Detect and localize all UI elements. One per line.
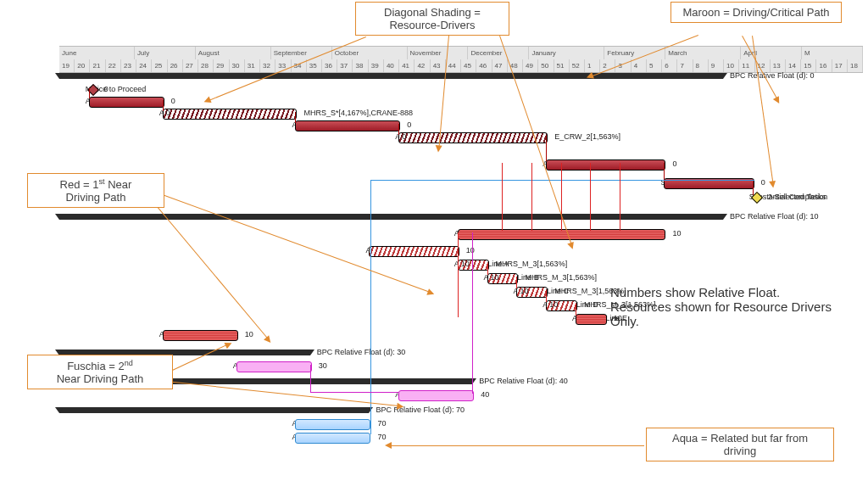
dependency-link [516, 277, 517, 288]
dependency-link [295, 112, 296, 123]
summary-label: BPC Relative Float (d): 40 [479, 377, 568, 385]
week-cell: 29 [214, 59, 229, 72]
task-row: A3 Install Line A10MHRS_M_3[1,563%] [59, 260, 863, 271]
task-row: A3 Structures10 [59, 246, 863, 258]
month-cell: February [604, 47, 665, 59]
float-inline: 0 [166, 109, 170, 117]
summary-bar [59, 407, 369, 413]
callout-red: Red = 1st NearDriving Path [27, 173, 164, 208]
week-cell: 26 [168, 59, 183, 72]
task-row: A3 Civil30 [59, 361, 863, 373]
task-tail: MHRS_M_3[1,563%] [584, 300, 656, 309]
week-cell: 23 [121, 59, 136, 72]
dependency-link [576, 304, 576, 316]
task-bar [546, 159, 665, 171]
summary-label: BPC Relative Float (d): 30 [317, 348, 406, 356]
week-cell: 45 [461, 59, 476, 72]
task-tail: MHRS_S*[4,167%],CRANE-888 [303, 109, 413, 117]
task-tail: 0 [104, 85, 108, 93]
summary-label: BPC Relative Float (d): 0 [730, 71, 815, 80]
week-cell: 36 [322, 59, 337, 72]
dependency-link [502, 163, 503, 231]
gantt-chart: BPC Relative Float (d): 0Notice to Proce… [59, 71, 863, 476]
task-tail: 2-Selected Tasks [768, 193, 826, 201]
task-tail: 0 [407, 120, 411, 129]
callout-diagonal: Diagonal Shading = Resource-Drivers [355, 2, 509, 36]
task-tail: 10 [672, 229, 681, 238]
callout-text: Aqua = Related but far from driving [672, 432, 808, 457]
task-row: A3 Install Line C10MHRS_M_3[1,563%] [59, 287, 863, 299]
task-tail: 0 [761, 178, 765, 187]
task-tail: 10 [466, 246, 475, 254]
week-cell: 52 [570, 59, 585, 72]
dependency-link [310, 392, 398, 393]
week-cell: 31 [245, 59, 260, 72]
week-cell: 8 [693, 59, 709, 72]
month-cell: November [408, 47, 469, 59]
week-cell: 7 [677, 59, 693, 72]
week-cell: 13 [771, 59, 786, 72]
week-cell: 17 [832, 59, 848, 72]
task-row: A2 Electrical0E_CRW_2[1,563%] [59, 132, 863, 144]
callout-fuchsia: Fuschia = 2ndNear Driving Path [27, 355, 173, 389]
week-cell: 4 [632, 59, 647, 72]
dependency-link [487, 263, 488, 275]
dependency-link [664, 163, 665, 182]
week-cell: 10 [724, 59, 739, 72]
task-bar [576, 314, 607, 325]
dependency-link [620, 163, 620, 231]
task-row: A2 Mechanical40 [59, 390, 863, 402]
task-tail: MHRS_M_3[1,563%] [525, 273, 597, 282]
task-row: A3 Install Line D10MHRS_M_3[1,563%] [59, 300, 863, 312]
callout-aqua: Aqua = Related but far from driving [646, 428, 834, 461]
callout-maroon: Maroon = Driving/Critical Path [670, 2, 842, 23]
week-cell: 47 [492, 59, 508, 72]
week-cell: 20 [75, 59, 90, 72]
dependency-link [458, 232, 459, 317]
task-tail: 0 [672, 159, 676, 168]
task-row: A2 Civil10 [59, 330, 863, 342]
dependency-link [370, 180, 371, 434]
task-tail: 0 [171, 97, 175, 105]
dependency-link [561, 163, 562, 231]
dependency-link [546, 290, 547, 302]
week-cell: 14 [786, 59, 801, 72]
summary-label: BPC Relative Float (d): 70 [376, 405, 465, 414]
task-row: A2 Electrical Change Order 10 [59, 159, 863, 171]
week-cell: 24 [136, 59, 152, 72]
task-tail: MHRS_M_3[1,563%] [496, 260, 568, 268]
dependency-link [590, 163, 591, 231]
callout-text: Diagonal Shading = Resource-Drivers [384, 6, 481, 31]
dependency-link [753, 182, 754, 195]
float-inline: 10 [491, 273, 499, 282]
task-tail: E_CRW_2[1,563%] [554, 132, 620, 141]
task-row: A2 Structures0 [59, 120, 863, 132]
task-tail: 10 [614, 314, 622, 322]
week-cell: 41 [399, 59, 415, 72]
timeline-header: JuneJulyAugustSeptemberOctoberNovemberDe… [59, 46, 863, 73]
task-row: A1 Civil0 [59, 97, 863, 109]
week-cell: 39 [369, 59, 384, 72]
week-cell: 51 [554, 59, 570, 72]
dependency-link [89, 88, 90, 98]
float-inline: 10 [520, 287, 528, 295]
week-cell: 30 [230, 59, 245, 72]
task-bar [398, 132, 548, 143]
dependency-link [531, 163, 532, 231]
task-bar [163, 109, 298, 120]
week-cell: 1 [585, 59, 600, 72]
task-tail: MHRS_M_3[1,563%] [554, 287, 626, 295]
week-cell: 16 [816, 59, 832, 72]
dependency-link [370, 180, 754, 181]
week-cell: 44 [446, 59, 461, 72]
task-tail: 70 [377, 433, 386, 441]
task-tail: 30 [319, 361, 327, 370]
float-inline: 0 [402, 132, 406, 141]
float-inline: 10 [461, 260, 470, 268]
task-tail: 40 [481, 390, 489, 399]
month-cell: January [529, 47, 604, 59]
dependency-link [398, 124, 399, 135]
week-cell: 43 [431, 59, 446, 72]
week-cell: 27 [183, 59, 198, 72]
week-cell: 21 [90, 59, 105, 72]
